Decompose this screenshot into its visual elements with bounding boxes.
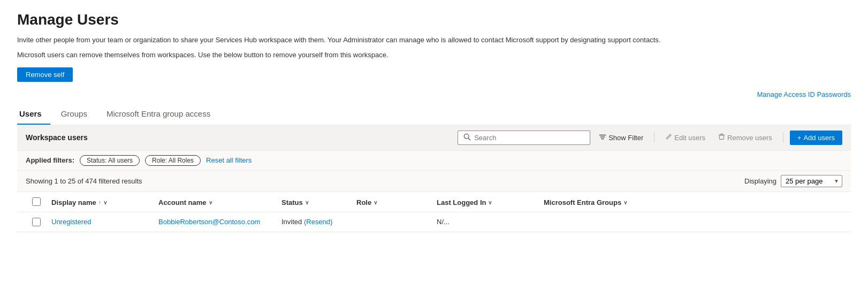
td-last-logged-in: N/... (432, 212, 539, 232)
applied-filters-label: Applied filters: (26, 156, 74, 164)
th-entra-groups-label: Microsoft Entra Groups (544, 198, 621, 206)
description-secondary: Microsoft users can remove themselves fr… (17, 50, 851, 60)
table-wrapper: Display name ↑ ∨ Account name ∨ Status ∨… (17, 192, 851, 232)
chevron-down-icon: ∨ (488, 200, 492, 205)
filters-row: Applied filters: Status: All users Role:… (17, 150, 851, 170)
th-status[interactable]: Status ∨ (277, 192, 352, 212)
search-box (458, 131, 590, 145)
th-last-logged-in[interactable]: Last Logged In ∨ (432, 192, 539, 212)
edit-icon (665, 133, 672, 142)
search-icon (463, 133, 471, 142)
th-account-name[interactable]: Account name ∨ (154, 192, 277, 212)
th-entra-groups[interactable]: Microsoft Entra Groups ∨ (539, 192, 663, 212)
td-account-name: BobbieRobertson@Contoso.com (154, 212, 277, 232)
divider-1 (654, 132, 654, 143)
page-title: Manage Users (17, 11, 851, 29)
chevron-down-icon: ∨ (209, 200, 212, 205)
workspace-panel: Workspace users (17, 125, 851, 150)
role-filter-chip[interactable]: Role: All Roles (145, 155, 201, 166)
table-header: Display name ↑ ∨ Account name ∨ Status ∨… (17, 192, 851, 212)
filter-icon (599, 133, 606, 142)
th-role-label: Role (356, 198, 371, 206)
remove-users-button[interactable]: Remove users (714, 131, 776, 144)
edit-users-button[interactable]: Edit users (661, 131, 710, 144)
description-primary: Invite other people from your team or or… (17, 35, 851, 45)
per-page-select[interactable]: 10 per page 25 per page 50 per page 100 … (781, 175, 842, 187)
search-input[interactable] (474, 134, 584, 142)
row-checkbox[interactable] (32, 218, 41, 226)
svg-rect-5 (719, 135, 725, 135)
manage-access-link-container: Manage Access ID Passwords (17, 90, 851, 98)
edit-users-label: Edit users (674, 134, 705, 142)
td-display-name: Unregistered (47, 212, 154, 232)
display-name-link[interactable]: Unregistered (51, 218, 91, 226)
remove-icon (718, 133, 725, 142)
chevron-down-icon: ∨ (305, 200, 309, 205)
page-container: Manage Users Invite other people from yo… (0, 0, 868, 232)
tab-users[interactable]: Users (17, 104, 50, 125)
status-resend-link[interactable]: (Resend) (304, 218, 332, 226)
svg-rect-7 (719, 136, 724, 140)
select-all-checkbox[interactable] (32, 197, 41, 206)
tab-entra-group-access[interactable]: Microsoft Entra group access (104, 104, 219, 125)
row-checkbox-cell (26, 212, 47, 232)
tabs-bar: Users Groups Microsoft Entra group acces… (17, 104, 851, 125)
th-display-name-label: Display name (51, 198, 96, 206)
sort-asc-icon: ↑ (98, 200, 101, 205)
workspace-label: Workspace users (26, 133, 88, 142)
plus-icon: + (797, 134, 802, 142)
reset-all-filters-link[interactable]: Reset all filters (206, 156, 252, 164)
displaying-label: Displaying (744, 177, 776, 185)
th-status-label: Status (281, 198, 303, 206)
remove-users-label: Remove users (727, 134, 772, 142)
tab-groups[interactable]: Groups (59, 104, 96, 125)
show-filter-button[interactable]: Show Filter (595, 131, 648, 144)
status-filter-chip[interactable]: Status: All users (80, 155, 140, 166)
table-row: Unregistered BobbieRobertson@Contoso.com… (17, 212, 851, 232)
per-page-wrapper: 10 per page 25 per page 50 per page 100 … (781, 175, 842, 187)
add-users-label: Add users (803, 134, 835, 142)
status-invited-text: Invited (281, 218, 302, 226)
chevron-down-icon: ∨ (103, 200, 107, 205)
divider-2 (783, 132, 783, 143)
account-name-link[interactable]: BobbieRobertson@Contoso.com (158, 218, 260, 226)
svg-line-1 (468, 138, 470, 140)
chevron-down-icon: ∨ (623, 200, 627, 205)
show-filter-label: Show Filter (608, 134, 643, 142)
displaying-control: Displaying 10 per page 25 per page 50 pe… (744, 175, 842, 187)
th-display-name[interactable]: Display name ↑ ∨ (47, 192, 154, 212)
manage-access-id-passwords-link[interactable]: Manage Access ID Passwords (757, 90, 851, 98)
svg-rect-6 (720, 134, 723, 134)
panel-actions: Show Filter Edit users (458, 131, 842, 145)
results-row: Showing 1 to 25 of 474 filtered results … (17, 170, 851, 192)
td-entra-groups (539, 212, 663, 232)
add-users-button[interactable]: + Add users (790, 131, 842, 145)
chevron-down-icon: ∨ (374, 200, 377, 205)
td-role (352, 212, 432, 232)
results-count: Showing 1 to 25 of 474 filtered results (26, 177, 142, 185)
header-checkbox-cell (26, 192, 47, 212)
th-account-name-label: Account name (158, 198, 207, 206)
remove-self-button[interactable]: Remove self (17, 67, 73, 82)
th-last-logged-in-label: Last Logged In (437, 198, 486, 206)
th-role[interactable]: Role ∨ (352, 192, 432, 212)
td-status: Invited (Resend) (277, 212, 352, 232)
